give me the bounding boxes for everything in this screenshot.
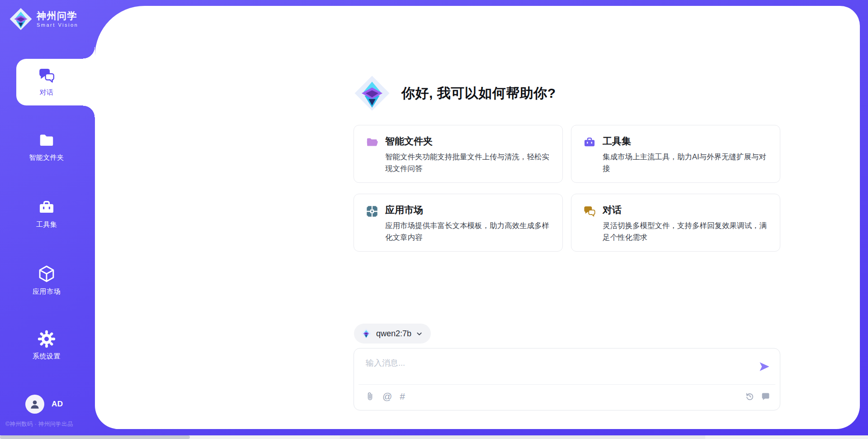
feature-cards: 智能文件夹 智能文件夹功能支持批量文件上传与清洗，轻松实现文件问答 工具集 集成… <box>354 125 780 252</box>
card-title: 应用市场 <box>385 204 423 216</box>
card-title: 工具集 <box>603 135 631 148</box>
hash-icon[interactable]: # <box>400 391 405 401</box>
brand-title: 神州问学 <box>37 10 78 21</box>
model-selector-label: qwen2:7b <box>376 329 411 339</box>
hero: 你好, 我可以如何帮助你? <box>354 75 556 112</box>
sidebar: 神州问学 Smart Vision 对话 智能文件夹 工具集 <box>0 0 95 439</box>
user-name: AD <box>52 400 63 409</box>
toolbox-icon <box>38 199 55 216</box>
message-composer: @ # <box>354 348 780 410</box>
comment-icon[interactable] <box>761 391 770 401</box>
folder-open-icon <box>366 136 378 149</box>
diamond-logo-icon <box>361 328 372 339</box>
sidebar-footer-note: ©神州数码 · 神州问学出品 <box>5 420 73 428</box>
card-title: 对话 <box>603 204 622 216</box>
at-sign-icon[interactable]: @ <box>382 391 392 401</box>
scrollbar-segment <box>340 435 705 439</box>
sidebar-item-label: 系统设置 <box>33 352 61 361</box>
card-description: 应用市场提供丰富长文本模板，助力高效生成多样化文章内容 <box>385 220 556 243</box>
sidebar-item-label: 应用市场 <box>33 287 61 296</box>
chat-icon <box>38 67 55 84</box>
sidebar-item-settings[interactable]: 系统设置 <box>0 330 93 361</box>
paperclip-icon[interactable] <box>365 391 375 401</box>
sidebar-item-chat[interactable]: 对话 <box>0 67 93 97</box>
sidebar-item-label: 对话 <box>40 88 54 97</box>
send-icon[interactable] <box>758 360 771 373</box>
message-input[interactable] <box>365 357 737 381</box>
card-description: 智能文件夹功能支持批量文件上传与清洗，轻松实现文件问答 <box>385 151 556 175</box>
greeting-title: 你好, 我可以如何帮助你? <box>401 84 556 103</box>
scrollbar-thumb[interactable] <box>0 435 190 439</box>
sidebar-item-label: 工具集 <box>36 220 57 229</box>
chevron-down-icon <box>416 330 423 337</box>
card-chat[interactable]: 对话 灵活切换多模型文件，支持多样回复效果调试，满足个性化需求 <box>571 194 780 252</box>
sidebar-item-app-market[interactable]: 应用市场 <box>0 264 93 296</box>
model-selector[interactable]: qwen2:7b <box>354 324 431 344</box>
chat-icon <box>583 205 596 218</box>
avatar <box>25 395 44 414</box>
card-description: 灵活切换多模型文件，支持多样回复效果调试，满足个性化需求 <box>603 220 773 243</box>
toolbox-icon <box>583 136 596 149</box>
main-panel: 你好, 我可以如何帮助你? 智能文件夹 智能文件夹功能支持批量文件上传与清洗，轻… <box>95 6 860 429</box>
folder-icon <box>38 132 55 149</box>
card-toolset[interactable]: 工具集 集成市场上主流工具，助力AI与外界无缝扩展与对接 <box>571 125 780 183</box>
brand[interactable]: 神州问学 Smart Vision <box>9 7 78 31</box>
brand-subtitle: Smart Vision <box>37 22 78 28</box>
gear-icon <box>38 330 56 348</box>
apps-grid-icon <box>366 205 378 218</box>
sidebar-item-label: 智能文件夹 <box>29 153 64 162</box>
sidebar-item-toolset[interactable]: 工具集 <box>0 199 93 229</box>
composer-divider <box>359 384 775 385</box>
user-avatar-icon <box>29 398 41 410</box>
history-icon[interactable] <box>745 391 755 401</box>
card-smart-folder[interactable]: 智能文件夹 智能文件夹功能支持批量文件上传与清洗，轻松实现文件问答 <box>354 125 563 183</box>
sidebar-item-smart-folder[interactable]: 智能文件夹 <box>0 132 93 162</box>
main-content: 你好, 我可以如何帮助你? 智能文件夹 智能文件夹功能支持批量文件上传与清洗，轻… <box>354 6 780 429</box>
horizontal-scrollbar[interactable] <box>0 435 868 439</box>
card-title: 智能文件夹 <box>385 135 433 148</box>
diamond-logo-icon <box>354 75 391 112</box>
composer-toolbar-right <box>745 391 770 401</box>
card-description: 集成市场上主流工具，助力AI与外界无缝扩展与对接 <box>603 151 773 175</box>
diamond-logo-icon <box>9 7 33 31</box>
cube-icon <box>37 264 56 283</box>
card-app-market[interactable]: 应用市场 应用市场提供丰富长文本模板，助力高效生成多样化文章内容 <box>354 194 563 252</box>
user-profile[interactable]: AD <box>25 395 63 414</box>
composer-toolbar-left: @ # <box>365 391 405 401</box>
